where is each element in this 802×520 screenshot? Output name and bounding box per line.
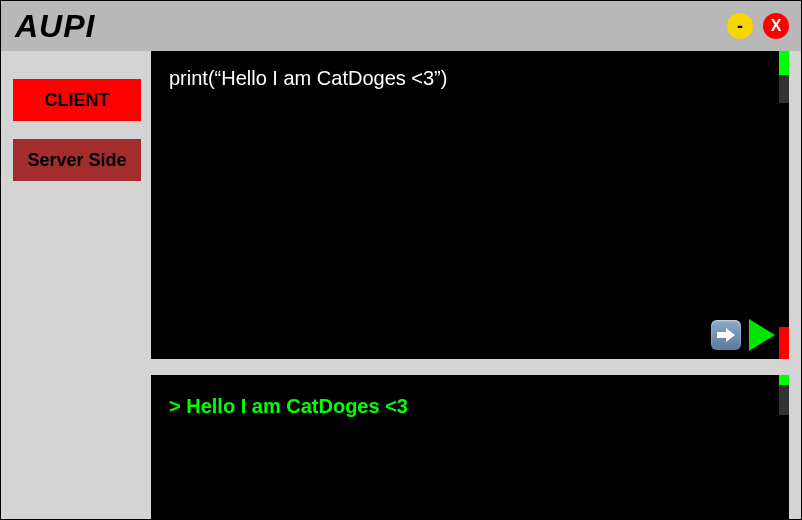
- output-wrap: > Hello I am CatDoges <3: [151, 375, 789, 519]
- code-editor[interactable]: print(“Hello I am CatDoges <3”): [151, 51, 789, 359]
- sidebar: CLIENT Server Side: [1, 51, 151, 519]
- editor-wrap: print(“Hello I am CatDoges <3”): [151, 51, 789, 359]
- step-button[interactable]: [711, 320, 741, 350]
- sidebar-item-label: CLIENT: [45, 90, 110, 111]
- window-controls: - X: [727, 13, 789, 39]
- content: print(“Hello I am CatDoges <3”): [151, 51, 801, 519]
- marker-red: [779, 327, 789, 359]
- marker-dark: [779, 75, 789, 103]
- arrow-right-icon: [717, 328, 735, 342]
- minimize-icon: -: [737, 17, 743, 35]
- minimize-button[interactable]: -: [727, 13, 753, 39]
- app-title: AUPI: [15, 8, 727, 45]
- output-line: > Hello I am CatDoges <3: [169, 395, 771, 418]
- output-console[interactable]: > Hello I am CatDoges <3: [151, 375, 789, 519]
- output-edge-markers: [779, 375, 789, 519]
- sidebar-item-server[interactable]: Server Side: [13, 139, 141, 181]
- run-button[interactable]: [749, 319, 775, 351]
- titlebar: AUPI - X: [1, 1, 801, 51]
- run-controls: [711, 319, 775, 351]
- editor-edge-markers: [779, 51, 789, 359]
- main-area: CLIENT Server Side print(“Hello I am Cat…: [1, 51, 801, 519]
- marker-green: [779, 375, 789, 385]
- sidebar-item-client[interactable]: CLIENT: [13, 79, 141, 121]
- close-icon: X: [771, 17, 782, 35]
- code-text: print(“Hello I am CatDoges <3”): [169, 67, 771, 90]
- close-button[interactable]: X: [763, 13, 789, 39]
- marker-green: [779, 51, 789, 75]
- sidebar-item-label: Server Side: [27, 150, 126, 171]
- marker-dark: [779, 385, 789, 415]
